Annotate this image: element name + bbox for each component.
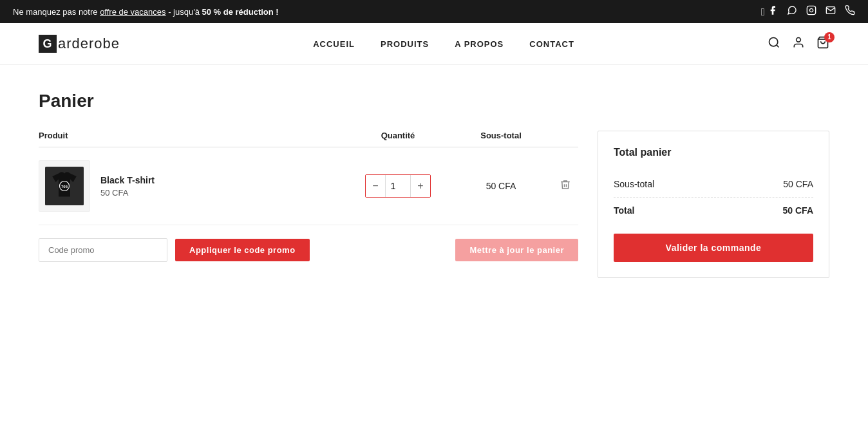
email-icon[interactable] <box>826 5 836 18</box>
logo-text: arderobe <box>58 35 120 52</box>
site-header: G arderobe ACCUEIL PRODUITS A PROPOS CON… <box>0 23 868 65</box>
page-title: Panier <box>39 91 829 111</box>
promo-input[interactable] <box>39 238 167 262</box>
quantity-cell: − + <box>346 174 449 198</box>
search-icon[interactable] <box>768 36 780 52</box>
main-nav: ACCUEIL PRODUITS A PROPOS CONTACT <box>313 39 574 49</box>
qty-input[interactable] <box>385 175 411 197</box>
checkout-button[interactable]: Valider la commande <box>614 234 813 262</box>
svg-line-3 <box>777 44 779 47</box>
whatsapp-icon[interactable] <box>787 5 797 18</box>
qty-increase-button[interactable]: + <box>411 175 430 197</box>
product-image: 705 <box>39 160 90 212</box>
cart-summary-area: Total panier Sous-total 50 CFA Total 50 … <box>598 131 829 278</box>
summary-subtotal-label: Sous-total <box>614 179 654 189</box>
product-info: Black T-shirt 50 CFA <box>100 175 155 198</box>
svg-rect-0 <box>807 6 815 14</box>
product-cell: 705 Black T-shirt 50 CFA <box>39 160 346 212</box>
table-row: 705 Black T-shirt 50 CFA − + <box>39 147 578 225</box>
subtotal-cell: 50 CFA <box>449 181 552 191</box>
facebook-icon[interactable]:  <box>761 5 778 18</box>
nav-contact[interactable]: CONTACT <box>529 39 574 49</box>
delete-cell <box>552 179 578 194</box>
cart-icon[interactable]: 1 <box>816 36 829 52</box>
col-product: Produit <box>39 131 346 140</box>
header-actions: 1 <box>768 36 829 52</box>
summary-total-row: Total 50 CFA <box>614 198 813 223</box>
svg-text:705: 705 <box>61 185 68 189</box>
col-subtotal: Sous-total <box>449 131 552 140</box>
cart-table-header: Produit Quantité Sous-total <box>39 131 578 147</box>
nav-a-propos[interactable]: A PROPOS <box>455 39 504 49</box>
announcement-bar: Ne manquez pas notre offre de vacances -… <box>0 0 868 23</box>
svg-point-2 <box>769 37 778 46</box>
svg-point-4 <box>797 37 801 42</box>
summary-box: Total panier Sous-total 50 CFA Total 50 … <box>598 131 829 278</box>
summary-subtotal-row: Sous-total 50 CFA <box>614 171 813 198</box>
nav-produits[interactable]: PRODUITS <box>381 39 429 49</box>
quantity-stepper: − + <box>365 174 431 198</box>
update-cart-button[interactable]: Mettre à jour le panier <box>455 239 578 261</box>
delete-item-button[interactable] <box>560 179 571 194</box>
product-name: Black T-shirt <box>100 175 155 185</box>
social-icons-bar:  <box>761 5 855 18</box>
summary-total-value: 50 CFA <box>783 205 813 216</box>
cart-badge: 1 <box>824 32 835 42</box>
cart-actions: Appliquer le code promo Mettre à jour le… <box>39 238 578 262</box>
col-delete <box>552 131 578 140</box>
product-price: 50 CFA <box>100 188 155 198</box>
announcement-text: Ne manquez pas notre offre de vacances -… <box>13 7 279 17</box>
summary-title: Total panier <box>614 147 813 158</box>
col-quantity: Quantité <box>346 131 449 140</box>
summary-total-label: Total <box>614 205 634 216</box>
nav-accueil[interactable]: ACCUEIL <box>313 39 355 49</box>
offer-link[interactable]: offre de vacances <box>100 7 165 17</box>
instagram-icon[interactable] <box>806 5 816 18</box>
apply-promo-button[interactable]: Appliquer le code promo <box>175 239 310 261</box>
qty-decrease-button[interactable]: − <box>366 175 385 197</box>
cart-layout: Produit Quantité Sous-total 705 <box>39 131 829 278</box>
summary-subtotal-value: 50 CFA <box>783 179 813 189</box>
cart-table-area: Produit Quantité Sous-total 705 <box>39 131 578 278</box>
logo[interactable]: G arderobe <box>39 35 120 53</box>
account-icon[interactable] <box>792 36 805 52</box>
main-content: Panier Produit Quantité Sous-total <box>0 65 868 304</box>
logo-icon: G <box>39 35 57 53</box>
phone-icon[interactable] <box>845 5 855 18</box>
